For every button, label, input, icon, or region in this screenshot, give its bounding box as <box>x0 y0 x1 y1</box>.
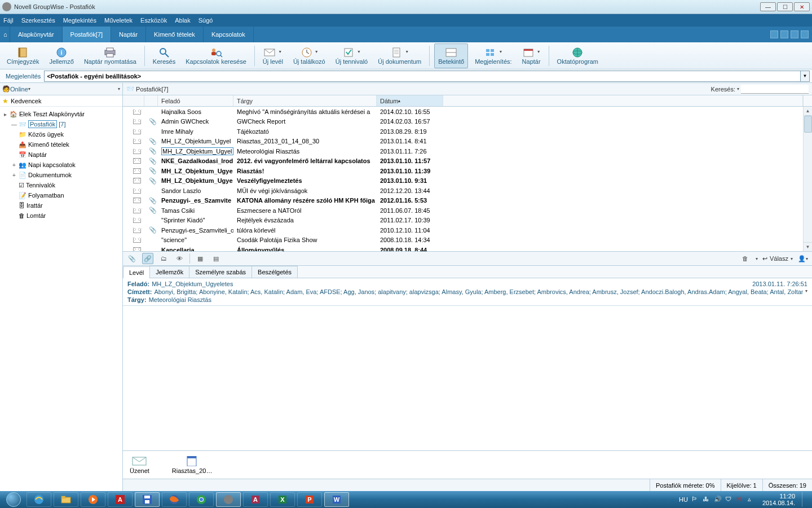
menu-help[interactable]: Súgó <box>198 17 213 24</box>
search-input[interactable] <box>741 85 809 94</box>
btn-new-document[interactable]: ▼ Új dokumentum <box>374 43 425 68</box>
layout-btn-4[interactable] <box>801 30 809 38</box>
tray-misc2-icon[interactable]: N <box>736 496 744 503</box>
status-online-row[interactable]: 🧑 Online▾ ▾ <box>0 83 122 95</box>
link-tool-icon[interactable]: 🔗 <box>142 253 153 264</box>
tree-calendar[interactable]: 📅Naptár <box>0 150 122 160</box>
taskbar-firefox[interactable] <box>162 492 187 507</box>
btn-display-menu[interactable]: ▼ Megjelenítés: <box>471 43 515 68</box>
message-row[interactable]: 📎MH_LZ_Objektum_UgyeVeszélyfigyelmezteté… <box>123 176 812 186</box>
quick-search[interactable]: Keresés:▾ <box>711 85 809 94</box>
col-date[interactable]: Dátum ▴ <box>377 95 443 106</box>
attach-tool-icon[interactable]: 📎 <box>126 253 138 264</box>
taskbar-chrome[interactable] <box>189 492 214 507</box>
tab-calendar[interactable]: Naptár <box>111 27 146 42</box>
preview-tab-discuss[interactable]: Beszélgetés <box>251 266 298 278</box>
tree-archive[interactable]: 🗄Irattár <box>0 200 122 211</box>
tray-misc1-icon[interactable]: 🛡 <box>725 496 733 503</box>
btn-new-mail[interactable]: ▼ Új levél <box>259 43 286 68</box>
tray-volume-icon[interactable]: 🔊 <box>714 496 722 503</box>
display-combo[interactable]: <Postafiók - egyéni beállítások> <box>44 71 801 82</box>
col-icon[interactable] <box>123 95 144 106</box>
tray-clock[interactable]: 11:20 2014.08.14. <box>759 493 798 506</box>
menu-file[interactable]: Fájl <box>3 17 14 24</box>
delete-tool-icon[interactable]: 🗑 <box>740 253 751 264</box>
close-button[interactable]: ✕ <box>794 2 810 11</box>
scroll-down-icon[interactable]: ▼ <box>804 242 812 251</box>
scroll-thumb[interactable] <box>804 116 812 133</box>
tray-lang[interactable]: HU <box>679 496 688 503</box>
tab-home[interactable]: ⌂ <box>0 27 10 42</box>
taskbar-powerpoint[interactable]: P <box>297 492 322 507</box>
preview-tab-mail[interactable]: Levél <box>123 266 150 278</box>
expand-recipients-icon[interactable]: ▾ <box>803 288 807 295</box>
tray-network-icon[interactable]: 🖧 <box>703 496 710 503</box>
maximize-button[interactable]: ☐ <box>777 2 793 11</box>
message-row[interactable]: 📎MH_LZ_Objektum_UgyelMeteorológiai Riasz… <box>123 146 812 156</box>
btn-calendar[interactable]: ▼ Naptár <box>519 43 544 68</box>
btn-new-appointment[interactable]: ▼ Új találkozó <box>290 43 329 68</box>
btn-tutorial[interactable]: Oktatóprogram <box>554 43 602 68</box>
tray-misc3-icon[interactable]: ▵ <box>748 496 756 503</box>
attachment-file[interactable]: Riasztas_20… <box>172 456 213 474</box>
tree-sent[interactable]: 📤Kimenő tételek <box>0 139 122 150</box>
tree-wip[interactable]: 📝Folyamatban <box>0 190 122 200</box>
tray-flag-icon[interactable]: 🏳 <box>691 496 699 503</box>
btn-find[interactable]: Keresés <box>149 43 179 68</box>
tree-daily[interactable]: +👥Napi kapcsolatok <box>0 160 122 170</box>
tree-mailbox[interactable]: —📨Postafiók [7] <box>0 119 122 129</box>
btn-new-task[interactable]: ▼ Új tennivaló <box>332 43 371 68</box>
layout-a-icon[interactable]: ▦ <box>195 253 206 264</box>
message-row[interactable]: 📎MH_LZ_Objektum_UgyelRiasztas_2013_01_14… <box>123 137 812 147</box>
taskbar-excel[interactable]: X <box>270 492 295 507</box>
tab-mailbox[interactable]: Postafiók[7] <box>63 27 111 42</box>
message-row[interactable]: KancellariaÁllománygyűlés2008.09.18. 8:4… <box>123 245 812 251</box>
layout-btn-1[interactable] <box>770 30 778 38</box>
taskbar-explorer[interactable] <box>54 492 78 507</box>
tree-docs[interactable]: +📄Dokumentumok <box>0 170 122 180</box>
taskbar-access[interactable]: A <box>243 492 268 507</box>
start-button[interactable] <box>2 491 25 508</box>
tree-trash[interactable]: 🗑Lomtár <box>0 211 122 221</box>
reply-button[interactable]: ↩ Válasz ▾ <box>762 255 793 262</box>
message-row[interactable]: 📎MH_LZ_Objektum_UgyeRiasztás!2013.01.10.… <box>123 166 812 176</box>
tree-root[interactable]: ▸🏠Elek Teszt Alapkönyvtár <box>0 109 122 119</box>
taskbar-media[interactable] <box>81 492 105 507</box>
btn-find-contacts[interactable]: Kapcsolatok keresése <box>182 43 250 68</box>
favorites-row[interactable]: ★ Kedvencek <box>0 95 122 107</box>
message-row[interactable]: 📎Penzugyi-_es_SzamviteKATONA állomány ré… <box>123 196 812 206</box>
message-row[interactable]: Hajnalka SoosMeghívó "A minőségirányítás… <box>123 107 812 117</box>
scroll-up-icon[interactable]: ▲ <box>804 107 812 116</box>
view-tool-icon[interactable]: 👁 <box>174 253 185 264</box>
btn-addressbook[interactable]: Címjegyzék <box>3 43 42 68</box>
tab-contacts[interactable]: Kapcsolatok <box>204 27 254 42</box>
message-row[interactable]: "Sprinter Kiadó" Rejtélyek évszázada2011… <box>123 216 812 226</box>
taskbar-adobe[interactable]: A <box>108 492 133 507</box>
message-row[interactable]: "science" Csodák Palotája Fizika Show200… <box>123 235 812 246</box>
tab-main-library[interactable]: Alapkönyvtár <box>10 27 63 42</box>
taskbar-ie[interactable] <box>27 492 51 507</box>
menu-actions[interactable]: Műveletek <box>104 17 133 24</box>
message-row[interactable]: 📎Admin GWCheckGWCheck Report2014.02.03. … <box>123 117 812 127</box>
layout-btn-3[interactable] <box>791 30 798 38</box>
message-row[interactable]: 📎Penzugyi-es_Szamviteli_otúlóra körlevél… <box>123 225 812 235</box>
tree-shared[interactable]: 📁Közös ügyek <box>0 129 122 139</box>
col-subject[interactable]: Tárgy <box>233 95 377 106</box>
display-combo-dropdown[interactable]: ▼ <box>801 71 810 82</box>
attachment-message[interactable]: Üzenet <box>130 456 149 474</box>
btn-print-calendar[interactable]: Naptár nyomtatása <box>81 43 140 68</box>
menu-tools[interactable]: Eszközök <box>140 17 167 24</box>
preview-tab-personal[interactable]: Személyre szabás <box>189 266 252 278</box>
taskbar-groupwise[interactable] <box>216 492 241 507</box>
btn-peek[interactable]: Betekintő <box>434 43 468 68</box>
minimize-button[interactable]: — <box>760 2 776 11</box>
menu-view[interactable]: Megtekintés <box>63 17 96 24</box>
show-desktop-button[interactable] <box>802 492 806 507</box>
forward-tool-icon[interactable]: 👤▾ <box>797 253 809 264</box>
col-attach[interactable] <box>144 95 158 106</box>
taskbar-save[interactable] <box>135 492 160 507</box>
menu-window[interactable]: Ablak <box>175 17 191 24</box>
btn-properties[interactable]: i Jellemző <box>46 43 77 68</box>
vertical-scrollbar[interactable]: ▲ ▼ <box>803 107 812 251</box>
tab-sent[interactable]: Kimenő tételek <box>146 27 204 42</box>
